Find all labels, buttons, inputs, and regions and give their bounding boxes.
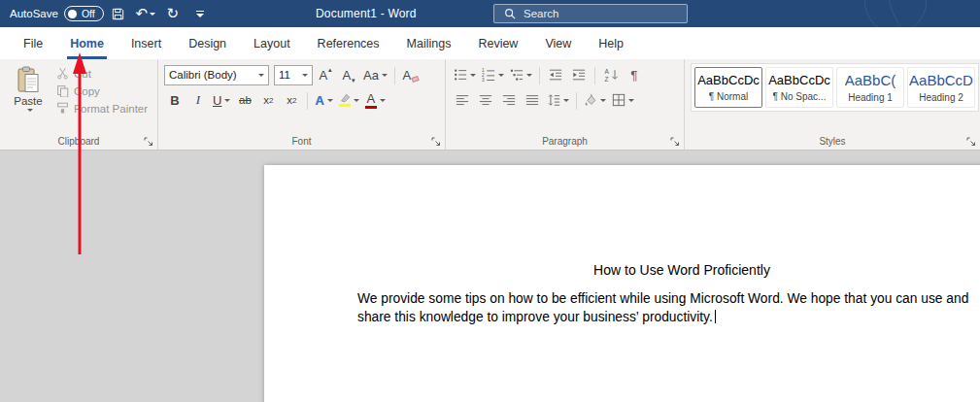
- cut-button[interactable]: Cut: [56, 67, 148, 80]
- paragraph-group: 123: [445, 59, 684, 150]
- autosave-toggle[interactable]: AutoSave Off: [10, 6, 104, 21]
- increase-indent-icon: [572, 68, 586, 82]
- redo-button[interactable]: ↻: [160, 1, 186, 26]
- style-preview: AaBbC(: [845, 72, 896, 88]
- italic-button[interactable]: I: [187, 89, 209, 111]
- bold-button[interactable]: B: [164, 89, 186, 111]
- justify-button[interactable]: [522, 89, 543, 111]
- style-heading-1[interactable]: AaBbC( Heading 1: [836, 67, 904, 108]
- style-no-spacing[interactable]: AaBbCcDc ¶ No Spac...: [765, 67, 833, 108]
- paragraph-group-label: Paragraph: [542, 136, 588, 147]
- align-center-button[interactable]: [475, 89, 496, 111]
- decrease-indent-button[interactable]: [545, 64, 566, 85]
- text-cursor: [715, 310, 716, 323]
- redo-icon: ↻: [166, 5, 179, 22]
- clear-formatting-button[interactable]: A: [400, 64, 422, 85]
- show-paragraph-marks-button[interactable]: ¶: [624, 64, 645, 85]
- shrink-font-caret-icon: ▾: [352, 77, 355, 84]
- tab-review[interactable]: Review: [464, 27, 531, 59]
- divider: [594, 67, 595, 84]
- clipboard-group: Paste Cut Copy: [0, 59, 157, 150]
- tab-layout[interactable]: Layout: [240, 27, 304, 59]
- font-size-combo[interactable]: 11: [274, 65, 313, 85]
- highlight-pen-icon: [339, 93, 351, 107]
- superscript-digit: 2: [292, 96, 296, 105]
- paste-dropdown-icon: [27, 109, 33, 112]
- paste-button[interactable]: Paste: [6, 63, 51, 115]
- underline-letter: U: [213, 93, 221, 108]
- shading-bucket-icon: [584, 93, 597, 107]
- search-box[interactable]: Search: [493, 4, 688, 23]
- font-color-button[interactable]: A: [363, 89, 388, 111]
- tab-references[interactable]: References: [304, 27, 393, 59]
- copy-label: Copy: [74, 85, 100, 97]
- styles-dialog-launcher[interactable]: [964, 135, 977, 148]
- grow-font-button[interactable]: A ▴: [315, 64, 336, 85]
- style-normal[interactable]: AaBbCcDc ¶ Normal: [694, 67, 762, 108]
- document-title: Document1 - Word: [316, 0, 417, 27]
- undo-button[interactable]: ↶: [133, 1, 158, 26]
- strikethrough-button[interactable]: ab: [234, 89, 255, 111]
- clipboard-dialog-launcher[interactable]: [142, 135, 154, 148]
- autosave-switch[interactable]: Off: [64, 6, 104, 21]
- cut-icon: [56, 67, 69, 80]
- tab-mailings[interactable]: Mailings: [393, 27, 465, 59]
- style-heading-2[interactable]: AaBbCcD Heading 2: [907, 67, 975, 108]
- undo-dropdown-icon: [150, 13, 155, 16]
- borders-button[interactable]: [610, 89, 636, 111]
- autosave-knob: [68, 10, 77, 18]
- line-spacing-button[interactable]: [545, 89, 571, 111]
- align-right-icon: [502, 93, 516, 107]
- qat-customize-button[interactable]: [187, 1, 213, 26]
- tab-insert[interactable]: Insert: [118, 27, 175, 59]
- format-painter-button[interactable]: Format Painter: [56, 102, 148, 115]
- bullets-button[interactable]: [452, 64, 478, 85]
- svg-text:3: 3: [482, 78, 485, 82]
- font-name-combo[interactable]: Calibri (Body): [164, 65, 269, 85]
- paste-label: Paste: [14, 95, 42, 107]
- divider: [539, 67, 540, 84]
- copy-button[interactable]: Copy: [56, 84, 148, 97]
- tab-view[interactable]: View: [531, 27, 585, 59]
- line-spacing-dropdown-icon: [563, 99, 569, 102]
- align-left-button[interactable]: [452, 89, 473, 111]
- superscript-button[interactable]: x2: [281, 89, 302, 111]
- shading-button[interactable]: [582, 89, 608, 111]
- numbering-button[interactable]: 123: [480, 64, 506, 85]
- styles-group-label: Styles: [819, 136, 845, 147]
- change-case-button[interactable]: Aa: [361, 64, 389, 85]
- highlight-color-button[interactable]: [337, 89, 361, 111]
- multilevel-list-button[interactable]: [508, 64, 534, 85]
- font-size-dropdown-icon: [302, 74, 308, 77]
- numbering-dropdown-icon: [498, 74, 504, 77]
- sort-button[interactable]: A Z: [600, 64, 622, 85]
- shrink-font-button[interactable]: A ▾: [338, 64, 359, 85]
- tab-help[interactable]: Help: [585, 27, 637, 59]
- align-right-button[interactable]: [498, 89, 520, 111]
- font-dialog-launcher[interactable]: [429, 135, 442, 148]
- text-effects-button[interactable]: A: [313, 89, 334, 111]
- subscript-button[interactable]: x2: [257, 89, 279, 111]
- increase-indent-button[interactable]: [568, 64, 590, 85]
- grow-font-caret-icon: ▴: [328, 66, 332, 73]
- tab-file[interactable]: File: [10, 27, 56, 59]
- underline-button[interactable]: U: [211, 89, 232, 111]
- tab-home[interactable]: Home: [56, 27, 118, 59]
- save-button[interactable]: [106, 1, 131, 26]
- font-size-value: 11: [279, 69, 290, 81]
- divider: [576, 92, 577, 110]
- underline-dropdown-icon: [224, 99, 230, 102]
- tab-design[interactable]: Design: [175, 27, 240, 59]
- dialog-launcher-icon: [144, 137, 153, 147]
- dialog-launcher-icon: [670, 137, 680, 147]
- clear-formatting-letter: A: [403, 68, 412, 83]
- style-preview: AaBbCcDc: [697, 73, 760, 87]
- font-name-dropdown-icon: [258, 74, 264, 77]
- autosave-state: Off: [82, 8, 95, 19]
- body-line-1: We provide some tips on how to be effici…: [357, 291, 968, 306]
- styles-gallery: AaBbCcDc ¶ Normal AaBbCcDc ¶ No Spac... …: [691, 63, 979, 112]
- pilcrow-icon: ¶: [630, 68, 637, 83]
- numbering-icon: 123: [482, 68, 495, 82]
- document-page[interactable]: How to Use Word Proficiently We provide …: [264, 165, 980, 402]
- paragraph-dialog-launcher[interactable]: [668, 135, 681, 148]
